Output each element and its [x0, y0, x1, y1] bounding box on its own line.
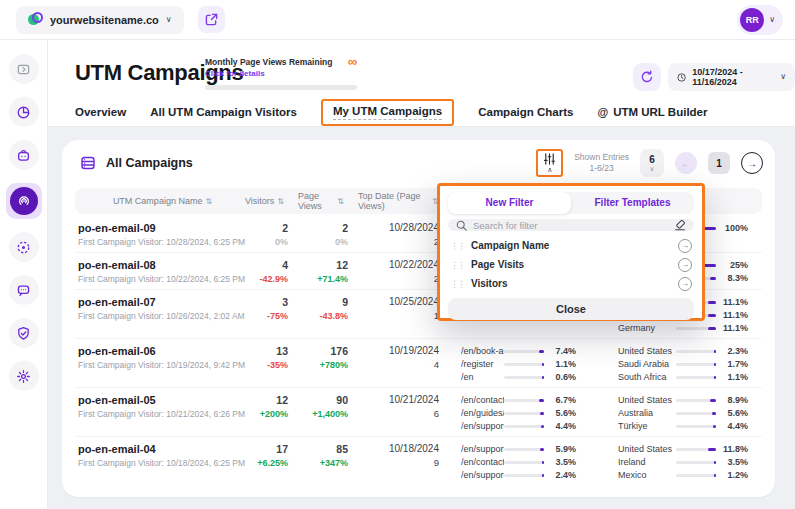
- refresh-button[interactable]: [633, 63, 661, 91]
- card-header: All Campaigns ∧: [62, 140, 775, 186]
- table-row[interactable]: po-en-email-04 First Campaign Visitor: 1…: [75, 436, 762, 485]
- sidebar-collapse-icon[interactable]: [9, 54, 39, 84]
- country-bar: [676, 474, 716, 477]
- tabs: OverviewAll UTM Campaign VisitorsMy UTM …: [75, 97, 707, 127]
- page-label: /en/support...: [461, 444, 504, 454]
- filter-button[interactable]: ∧: [543, 153, 556, 173]
- filter-item-label: Campaign Name: [471, 240, 671, 251]
- page-pct: 4.4%: [544, 421, 576, 431]
- drag-handle-icon[interactable]: ⋮⋮: [450, 260, 464, 270]
- filter-item-visitors[interactable]: ⋮⋮Visitors→: [448, 274, 694, 293]
- sidebar-item-goals[interactable]: [9, 232, 39, 262]
- page-pct: 5.6%: [544, 408, 576, 418]
- sidebar-item-settings[interactable]: [9, 361, 39, 391]
- country-item: United States2.3%: [618, 346, 748, 356]
- campaign-name: po-en-email-04: [78, 443, 250, 455]
- sidebar-item-analytics[interactable]: [9, 97, 39, 127]
- drag-handle-icon[interactable]: ⋮⋮: [450, 279, 464, 289]
- arrow-right-circle-icon[interactable]: →: [678, 258, 692, 272]
- quota-progress-bar: [205, 85, 357, 90]
- visitors-change: -75%: [250, 311, 288, 321]
- visitors-value: 13: [250, 345, 288, 357]
- tab-new-filter[interactable]: New Filter: [448, 192, 571, 214]
- country-item: Germany11.1%: [618, 323, 748, 333]
- country-pct: 8.3%: [716, 273, 748, 283]
- country-pct: 11.1%: [716, 310, 748, 320]
- pageviews-value: 9: [298, 296, 348, 308]
- top-date: 10/25/2024: [358, 296, 439, 307]
- country-pct: 11.8%: [716, 444, 748, 454]
- tab-filter-templates[interactable]: Filter Templates: [571, 192, 694, 214]
- sidebar-item-inbox[interactable]: [9, 140, 39, 170]
- sort-icon: ⇅: [205, 197, 212, 206]
- table-row[interactable]: po-en-email-05 First Campaign Visitor: 1…: [75, 387, 762, 436]
- tab-all-utm-campaign-visitors[interactable]: All UTM Campaign Visitors: [150, 106, 297, 118]
- page-pct: 5.9%: [544, 444, 576, 454]
- country-bar: [676, 461, 716, 464]
- page-bar: [504, 350, 544, 353]
- country-bar: [676, 412, 716, 415]
- date-range-picker[interactable]: 10/17/2024 - 11/16/2024 ∨: [668, 63, 795, 91]
- campaign-name: po-en-email-09: [78, 222, 250, 234]
- country-label: Australia: [618, 408, 676, 418]
- close-button[interactable]: Close: [448, 298, 694, 320]
- country-bar: [676, 448, 716, 451]
- column-header-visitors[interactable]: Visitors⇅: [250, 196, 298, 206]
- main-area: UTM Campaigns Monthly Page Views Remaini…: [48, 40, 795, 509]
- visitors-value: 4: [250, 259, 288, 271]
- table-icon: [80, 155, 96, 171]
- sidebar-item-utm-campaigns[interactable]: [6, 183, 42, 219]
- arrow-right-circle-icon[interactable]: →: [678, 239, 692, 253]
- search-icon: [456, 220, 467, 231]
- pagination-current-page[interactable]: 1: [708, 152, 730, 174]
- chevron-up-icon: ∧: [547, 166, 552, 173]
- country-pct: 4.4%: [716, 421, 748, 431]
- drag-handle-icon[interactable]: ⋮⋮: [450, 241, 464, 251]
- pageviews-value: 2: [298, 222, 348, 234]
- column-header-pageviews[interactable]: Page Views⇅: [298, 191, 358, 211]
- page-size-select[interactable]: 6 ∨: [640, 149, 664, 177]
- top-date-count: 4: [358, 359, 439, 370]
- top-date: 10/28/2024: [358, 222, 439, 233]
- pagination-prev-button[interactable]: ←: [675, 152, 697, 174]
- site-selector[interactable]: yourwebsitename.co ∨: [16, 6, 184, 34]
- user-menu[interactable]: RR ∨: [737, 5, 783, 35]
- filter-search-input[interactable]: [473, 220, 668, 231]
- tab-my-utm-campaigns[interactable]: My UTM Campaigns: [333, 105, 442, 120]
- tab-label: My UTM Campaigns: [333, 105, 442, 120]
- top-date: 10/19/2024: [358, 345, 439, 356]
- page-bar: [504, 399, 544, 402]
- page-bar: [504, 363, 544, 366]
- page-header: UTM Campaigns Monthly Page Views Remaini…: [48, 40, 795, 127]
- campaign-name: po-en-email-05: [78, 394, 250, 406]
- tab-overview[interactable]: Overview: [75, 106, 126, 118]
- avatar: RR: [740, 8, 764, 32]
- filter-item-label: Page Visits: [471, 259, 671, 270]
- visitors-change: -35%: [250, 360, 288, 370]
- table-row[interactable]: po-en-email-06 First Campaign Visitor: 1…: [75, 338, 762, 387]
- eraser-icon[interactable]: [674, 219, 686, 231]
- tab-label: Overview: [75, 106, 126, 118]
- page-item: /register1.1%: [461, 359, 576, 369]
- open-site-button[interactable]: [198, 6, 225, 33]
- filter-item-campaign-name[interactable]: ⋮⋮Campaign Name→: [448, 236, 694, 255]
- column-header-name[interactable]: UTM Campaign Name⇅: [75, 196, 250, 206]
- sidebar-item-messages[interactable]: [9, 275, 39, 305]
- page-item: /en/support...4.4%: [461, 421, 576, 431]
- page-label: /register: [461, 359, 504, 369]
- quota-details-link[interactable]: Click for details: [205, 69, 332, 78]
- pagination-next-button[interactable]: →: [741, 152, 763, 174]
- top-date: 10/22/2024: [358, 259, 439, 270]
- tab-label: Campaign Charts: [478, 106, 573, 118]
- at-icon: @: [597, 106, 608, 118]
- filter-item-page-visits[interactable]: ⋮⋮Page Visits→: [448, 255, 694, 274]
- tab-campaign-charts[interactable]: Campaign Charts: [478, 106, 573, 118]
- arrow-right-circle-icon[interactable]: →: [678, 277, 692, 291]
- page-bar: [504, 425, 544, 428]
- tab-utm-url-builder[interactable]: @UTM URL Builder: [597, 106, 707, 118]
- country-pct: 1.1%: [716, 372, 748, 382]
- sidebar-item-privacy[interactable]: [9, 318, 39, 348]
- country-pct: 1.7%: [716, 359, 748, 369]
- campaign-name: po-en-email-07: [78, 296, 250, 308]
- country-pct: 3.5%: [716, 457, 748, 467]
